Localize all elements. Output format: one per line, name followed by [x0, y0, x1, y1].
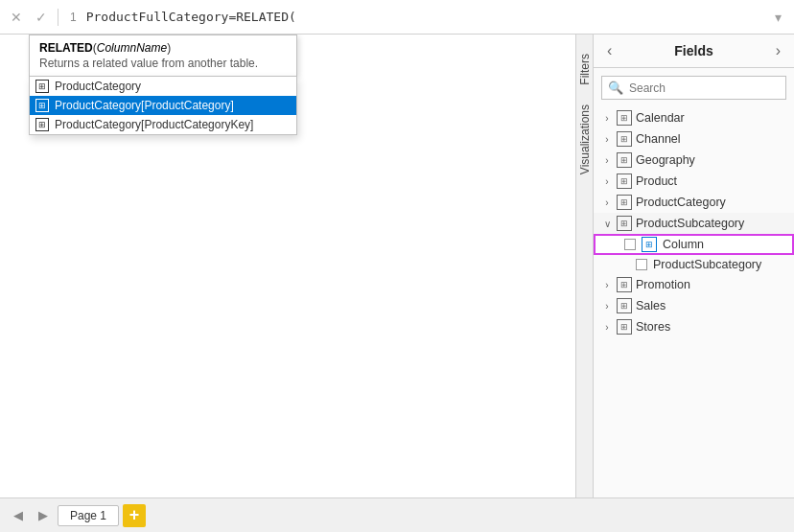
table-icon-productcategory: ⊞ — [617, 195, 632, 210]
search-icon: 🔍 — [608, 81, 623, 95]
field-group-product: › ⊞ Product — [594, 171, 794, 192]
autocomplete-label-0: ProductCategory — [55, 80, 141, 93]
side-tabs: Filters Visualizations — [575, 35, 593, 497]
field-group-header-channel[interactable]: › ⊞ Channel — [594, 128, 794, 150]
tooltip-paren-close: ) — [167, 41, 171, 55]
field-group-label-productcategory: ProductCategory — [636, 196, 726, 209]
field-child-column[interactable]: ⊞ Column — [594, 234, 794, 255]
field-group-header-stores[interactable]: › ⊞ Stores — [594, 316, 794, 337]
field-group-label-productsubcategory: ProductSubcategory — [636, 217, 744, 230]
chevron-product: › — [601, 176, 613, 187]
fields-nav-right[interactable]: › — [772, 42, 784, 59]
fields-panel-title: Fields — [674, 43, 712, 58]
field-group-header-productcategory[interactable]: › ⊞ ProductCategory — [594, 192, 794, 213]
line-number: 1 — [64, 11, 82, 24]
fields-panel: ‹ Fields › 🔍 › ⊞ Calendar › — [593, 35, 794, 497]
chevron-productsubcategory: ∨ — [601, 219, 613, 229]
editor-area: RELATED(ColumnName) Returns a related va… — [0, 35, 575, 497]
field-group-header-sales[interactable]: › ⊞ Sales — [594, 295, 794, 316]
table-icon-product: ⊞ — [617, 173, 632, 189]
field-group-stores: › ⊞ Stores — [594, 316, 794, 337]
field-group-promotion: › ⊞ Promotion — [594, 274, 794, 295]
chevron-productcategory: › — [601, 197, 613, 208]
confirm-icon[interactable]: ✓ — [31, 7, 52, 28]
nav-next-button[interactable]: ▶ — [33, 505, 54, 526]
formula-toolbar: ✕ ✓ 1 ProductFullCategory=RELATED( ▾ — [0, 0, 794, 35]
chevron-sales: › — [601, 301, 613, 312]
main-area: RELATED(ColumnName) Returns a related va… — [0, 35, 794, 497]
autocomplete-label-1: ProductCategory[ProductCategory] — [55, 99, 234, 112]
toolbar-divider — [58, 9, 58, 26]
table-icon-promotion: ⊞ — [617, 277, 632, 292]
table-icon-stores: ⊞ — [617, 319, 632, 335]
table-icon-0: ⊞ — [35, 80, 49, 93]
field-group-label-calendar: Calendar — [636, 111, 685, 125]
field-group-header-product[interactable]: › ⊞ Product — [594, 171, 794, 192]
tooltip-param: ColumnName — [97, 41, 167, 55]
field-group-geography: › ⊞ Geography — [594, 150, 794, 171]
chevron-geography: › — [601, 155, 613, 166]
field-child-productsubcategory[interactable]: ProductSubcategory — [594, 255, 794, 274]
autocomplete-label-2: ProductCategory[ProductCategoryKey] — [55, 118, 253, 131]
autocomplete-container: RELATED(ColumnName) Returns a related va… — [29, 35, 297, 135]
tooltip-signature: RELATED(ColumnName) — [39, 41, 287, 55]
table-icon-sales: ⊞ — [617, 298, 632, 313]
fields-header: ‹ Fields › — [594, 35, 794, 68]
field-group-label-geography: Geography — [636, 153, 695, 167]
field-group-label-promotion: Promotion — [636, 278, 690, 291]
field-child-label-column: Column — [663, 238, 704, 251]
field-group-sales: › ⊞ Sales — [594, 295, 794, 316]
chevron-promotion: › — [601, 280, 613, 290]
autocomplete-item-1[interactable]: ⊞ ProductCategory[ProductCategory] — [30, 96, 296, 115]
autocomplete-item-2[interactable]: ⊞ ProductCategory[ProductCategoryKey] — [30, 115, 296, 134]
field-group-header-geography[interactable]: › ⊞ Geography — [594, 150, 794, 171]
table-icon-productsubcategory: ⊞ — [617, 216, 632, 231]
autocomplete-item-0[interactable]: ⊞ ProductCategory — [30, 77, 296, 96]
checkbox-productsubcategory[interactable] — [636, 259, 647, 270]
formula-bar[interactable]: ProductFullCategory=RELATED( — [86, 10, 763, 24]
side-tab-filters[interactable]: Filters — [576, 44, 594, 95]
checkbox-column[interactable] — [624, 239, 636, 250]
table-icon-channel: ⊞ — [617, 131, 632, 147]
search-box[interactable]: 🔍 — [601, 76, 786, 100]
field-child-label-productsubcategory: ProductSubcategory — [653, 258, 761, 271]
side-tab-visualizations[interactable]: Visualizations — [576, 95, 594, 184]
field-group-label-stores: Stores — [636, 320, 670, 334]
autocomplete-list: ⊞ ProductCategory ⊞ ProductCategory[Prod… — [29, 76, 297, 135]
fields-nav-left[interactable]: ‹ — [603, 42, 616, 59]
fields-list: › ⊞ Calendar › ⊞ Channel › ⊞ Geography — [594, 104, 794, 497]
formula-chevron-icon[interactable]: ▾ — [767, 7, 788, 28]
chevron-stores: › — [601, 322, 613, 333]
field-group-productsubcategory: ∨ ⊞ ProductSubcategory ⊞ Column ProductS… — [594, 213, 794, 274]
field-group-channel: › ⊞ Channel — [594, 128, 794, 150]
tooltip-func-name: RELATED — [39, 41, 93, 55]
nav-prev-button[interactable]: ◀ — [8, 505, 29, 526]
field-group-label-sales: Sales — [636, 299, 666, 312]
autocomplete-tooltip: RELATED(ColumnName) Returns a related va… — [29, 35, 297, 76]
table-icon-2: ⊞ — [35, 118, 49, 131]
field-group-calendar: › ⊞ Calendar — [594, 107, 794, 128]
column-table-icon: ⊞ — [642, 237, 657, 252]
bottom-bar: ◀ ▶ Page 1 + — [0, 497, 794, 532]
field-group-header-promotion[interactable]: › ⊞ Promotion — [594, 274, 794, 295]
table-icon-geography: ⊞ — [617, 152, 632, 168]
table-icon-calendar: ⊞ — [617, 110, 632, 126]
chevron-channel: › — [601, 134, 613, 145]
field-group-header-productsubcategory[interactable]: ∨ ⊞ ProductSubcategory — [594, 213, 794, 234]
field-group-label-product: Product — [636, 174, 677, 188]
table-icon-1: ⊞ — [35, 99, 49, 112]
chevron-calendar: › — [601, 113, 613, 124]
field-group-label-channel: Channel — [636, 132, 681, 146]
field-group-productcategory: › ⊞ ProductCategory — [594, 192, 794, 213]
page-tab-1[interactable]: Page 1 — [58, 505, 119, 526]
tooltip-desc: Returns a related value from another tab… — [39, 57, 287, 70]
field-group-header-calendar[interactable]: › ⊞ Calendar — [594, 107, 794, 128]
search-input[interactable] — [629, 81, 780, 95]
add-page-button[interactable]: + — [123, 504, 146, 527]
cancel-icon[interactable]: ✕ — [6, 7, 27, 28]
